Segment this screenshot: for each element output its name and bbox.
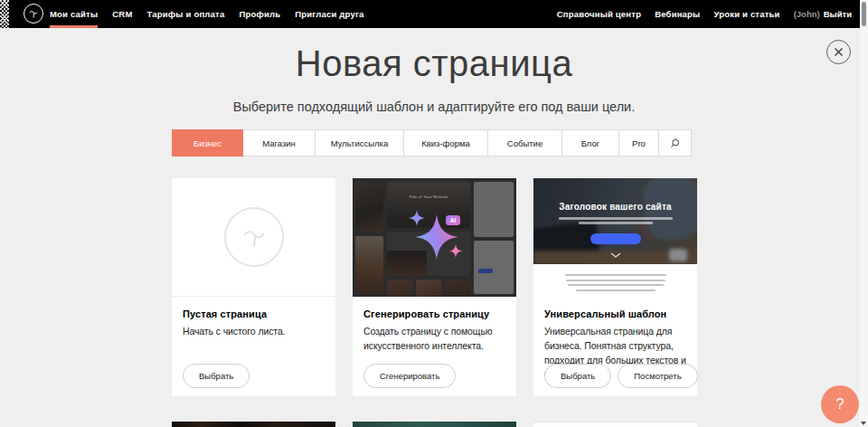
tilda-logo-icon[interactable] bbox=[24, 4, 43, 24]
tab-blog[interactable]: Блог bbox=[561, 129, 619, 157]
search-icon bbox=[669, 138, 681, 149]
hero-text-line bbox=[559, 217, 673, 220]
chevron-down-icon bbox=[610, 252, 621, 258]
blank-page-preview bbox=[172, 178, 335, 297]
nav-help-center[interactable]: Справочный центр bbox=[557, 0, 641, 28]
nav-profile[interactable]: Профиль bbox=[239, 0, 280, 28]
nav-my-sites[interactable]: Мои сайты bbox=[50, 0, 98, 28]
help-button[interactable]: ? bbox=[821, 385, 859, 423]
next-row-card-preview[interactable] bbox=[533, 422, 697, 427]
nav-my-sites-label: Мои сайты bbox=[50, 9, 98, 19]
close-button[interactable] bbox=[826, 40, 851, 64]
logout-link[interactable]: Выйти bbox=[824, 9, 852, 19]
ai-preview: Title of Your Website bbox=[353, 178, 516, 297]
generate-button[interactable]: Сгенерировать bbox=[363, 364, 456, 388]
ai-badge: AI bbox=[446, 215, 460, 225]
next-row-card-preview[interactable] bbox=[172, 422, 335, 427]
page-title: Новая страница bbox=[0, 43, 868, 84]
primary-nav: Мои сайты CRM Тарифы и оплата Профиль Пр… bbox=[50, 0, 364, 28]
tilda-watermark-icon bbox=[224, 207, 284, 267]
placeholder-text-line bbox=[568, 284, 664, 286]
nav-webinars[interactable]: Вебинары bbox=[655, 0, 700, 28]
placeholder-text-line bbox=[576, 289, 656, 291]
placeholder-text-line bbox=[566, 280, 665, 281]
template-hero-heading: Заголовок вашего сайта bbox=[533, 202, 697, 212]
nav-plans-payment[interactable]: Тарифы и оплата bbox=[147, 0, 225, 28]
hero-text-line bbox=[579, 222, 653, 224]
card-description: Начать с чистого листа. bbox=[183, 325, 325, 339]
placeholder-text-line bbox=[565, 274, 666, 276]
card-title: Пустая страница bbox=[183, 308, 325, 319]
browser-scrollbar[interactable] bbox=[860, 0, 868, 427]
view-template-button[interactable]: Посмотреть bbox=[618, 364, 697, 388]
tab-business[interactable]: Бизнес bbox=[172, 129, 243, 157]
user-name: (John) bbox=[794, 9, 820, 19]
page-subtitle: Выберите подходящий шаблон и адаптируйте… bbox=[0, 100, 868, 114]
card-title: Сгенерировать страницу bbox=[363, 308, 505, 319]
card-description: Создать страницу с помощью искусственног… bbox=[363, 325, 505, 354]
nav-lessons-articles[interactable]: Уроки и статьи bbox=[713, 0, 779, 28]
tab-multilink[interactable]: Мультиссылка bbox=[315, 129, 404, 157]
tab-search[interactable] bbox=[658, 129, 692, 157]
select-template-button[interactable]: Выбрать bbox=[544, 364, 611, 388]
template-preview: Заголовок вашего сайта bbox=[533, 178, 697, 297]
secondary-nav: Справочный центр Вебинары Уроки и статьи… bbox=[557, 0, 852, 28]
user-block: (John) Выйти bbox=[794, 9, 852, 19]
template-category-tabs: Бизнес Магазин Мультиссылка Квиз-форма С… bbox=[172, 129, 697, 157]
new-page-modal-screen: Мои сайты CRM Тарифы и оплата Профиль Пр… bbox=[0, 0, 868, 427]
card-universal-template: Заголовок вашего сайта Универсальный шаб… bbox=[533, 178, 697, 396]
tab-event[interactable]: Событие bbox=[487, 129, 562, 157]
select-blank-button[interactable]: Выбрать bbox=[183, 364, 250, 388]
top-navigation-bar: Мои сайты CRM Тарифы и оплата Профиль Пр… bbox=[0, 0, 868, 28]
next-row-card-preview[interactable] bbox=[353, 422, 516, 427]
tab-pro[interactable]: Pro bbox=[618, 129, 659, 157]
edge-texture bbox=[0, 0, 9, 28]
active-tab-underline bbox=[50, 25, 98, 28]
card-ai-generate: Title of Your Website bbox=[353, 178, 516, 396]
card-title: Универсальный шаблон bbox=[544, 308, 686, 319]
tab-shop[interactable]: Магазин bbox=[242, 129, 316, 157]
scrollbar-down-arrow-icon[interactable] bbox=[861, 422, 866, 425]
hero-cta-button bbox=[590, 233, 641, 244]
nav-crm[interactable]: CRM bbox=[112, 0, 132, 28]
tab-quiz-form[interactable]: Квиз-форма bbox=[403, 129, 488, 157]
nav-invite-friend[interactable]: Пригласи друга bbox=[295, 0, 363, 28]
card-blank-page: Пустая страница Начать с чистого листа. … bbox=[172, 178, 335, 396]
scrollbar-thumb[interactable] bbox=[862, 2, 866, 26]
template-text-section bbox=[533, 264, 697, 297]
close-icon bbox=[833, 46, 844, 58]
template-hero: Заголовок вашего сайта bbox=[533, 178, 697, 264]
